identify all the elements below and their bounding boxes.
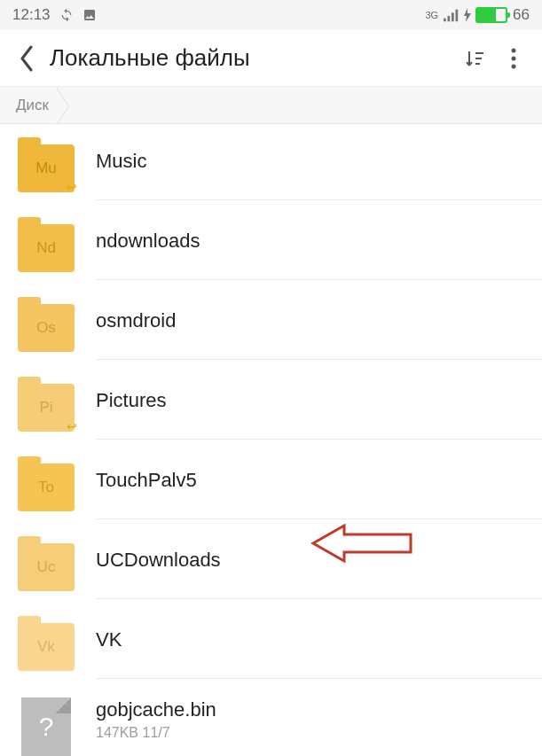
sort-button[interactable]	[455, 39, 494, 78]
folder-icon: Nd	[18, 224, 75, 272]
svg-rect-0	[444, 19, 446, 22]
file-name: gobjcache.bin	[96, 698, 542, 721]
svg-rect-3	[456, 10, 459, 22]
file-row[interactable]: UcUCDownloads	[0, 523, 542, 603]
shortcut-badge-icon: ↩	[67, 419, 77, 433]
folder-icon: Pi↩	[18, 384, 75, 432]
svg-point-4	[512, 48, 516, 52]
shortcut-badge-icon: ↩	[67, 180, 77, 194]
folder-icon: To	[18, 464, 75, 511]
charging-icon	[463, 8, 472, 22]
svg-rect-2	[452, 12, 454, 21]
file-list: Mu↩MusicNdndownloadsOsosmdroidPi↩Picture…	[0, 124, 542, 756]
folder-abbr: To	[38, 479, 54, 496]
file-name: Music	[96, 150, 542, 173]
unknown-file-glyph: ?	[39, 712, 54, 742]
file-name: VK	[96, 628, 542, 651]
folder-abbr: Mu	[35, 160, 57, 177]
signal-icon	[444, 8, 460, 22]
breadcrumb[interactable]: Диск	[0, 87, 542, 124]
file-meta: 147KB 11/7	[96, 725, 542, 741]
file-row[interactable]: VkVK	[0, 603, 542, 682]
page-title: Локальные файлы	[50, 44, 455, 72]
folder-icon: Uc	[18, 543, 75, 591]
folder-icon: Vk	[18, 623, 75, 671]
svg-point-6	[512, 64, 516, 68]
file-icon: ?	[21, 698, 71, 756]
file-name: Pictures	[96, 389, 542, 412]
file-name: TouchPalv5	[96, 469, 542, 492]
folder-icon: Os	[18, 304, 75, 352]
folder-abbr: Vk	[37, 638, 55, 656]
battery-icon	[475, 7, 507, 23]
file-row[interactable]: ?gobjcache.bin147KB 11/7	[0, 682, 542, 756]
file-row[interactable]: ToTouchPalv5	[0, 443, 542, 523]
file-name: ndownloads	[96, 230, 542, 253]
file-name: UCDownloads	[96, 549, 542, 572]
file-name: osmdroid	[96, 309, 542, 332]
file-row[interactable]: Ndndownloads	[0, 204, 542, 284]
svg-point-5	[512, 56, 516, 60]
back-button[interactable]	[9, 41, 44, 76]
picture-icon	[82, 8, 97, 22]
file-row[interactable]: Pi↩Pictures	[0, 363, 542, 443]
svg-rect-1	[448, 16, 451, 21]
sync-icon	[59, 8, 74, 22]
overflow-menu-button[interactable]	[494, 39, 533, 78]
folder-abbr: Pi	[39, 399, 52, 417]
breadcrumb-root[interactable]: Диск	[16, 97, 68, 114]
folder-abbr: Os	[36, 319, 56, 337]
battery-percent: 66	[513, 6, 530, 24]
file-row[interactable]: Mu↩Music	[0, 124, 542, 204]
network-type: 3G	[425, 11, 438, 20]
folder-abbr: Uc	[37, 558, 56, 576]
status-bar: 12:13 3G 66	[0, 0, 542, 30]
status-time: 12:13	[12, 6, 51, 24]
folder-icon: Mu↩	[18, 144, 75, 192]
folder-abbr: Nd	[36, 239, 56, 257]
file-row[interactable]: Ososmdroid	[0, 284, 542, 363]
app-bar: Локальные файлы	[0, 30, 542, 87]
